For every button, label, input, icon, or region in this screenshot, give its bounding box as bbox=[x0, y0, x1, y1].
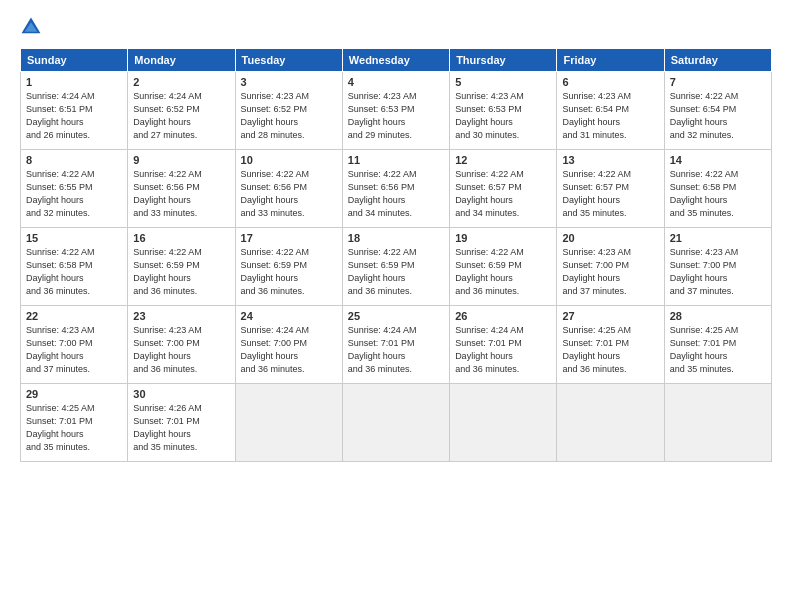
cell-content: Sunrise: 4:25 AMSunset: 7:01 PMDaylight … bbox=[562, 325, 631, 374]
calendar-cell: 8 Sunrise: 4:22 AMSunset: 6:55 PMDayligh… bbox=[21, 150, 128, 228]
day-number: 10 bbox=[241, 154, 337, 166]
day-number: 16 bbox=[133, 232, 229, 244]
calendar-cell: 24 Sunrise: 4:24 AMSunset: 7:00 PMDaylig… bbox=[235, 306, 342, 384]
calendar-cell: 11 Sunrise: 4:22 AMSunset: 6:56 PMDaylig… bbox=[342, 150, 449, 228]
day-number: 20 bbox=[562, 232, 658, 244]
col-header-wednesday: Wednesday bbox=[342, 49, 449, 72]
calendar-cell: 19 Sunrise: 4:22 AMSunset: 6:59 PMDaylig… bbox=[450, 228, 557, 306]
cell-content: Sunrise: 4:22 AMSunset: 6:56 PMDaylight … bbox=[348, 169, 417, 218]
day-number: 27 bbox=[562, 310, 658, 322]
week-row-1: 8 Sunrise: 4:22 AMSunset: 6:55 PMDayligh… bbox=[21, 150, 772, 228]
week-row-4: 29 Sunrise: 4:25 AMSunset: 7:01 PMDaylig… bbox=[21, 384, 772, 462]
calendar-cell: 28 Sunrise: 4:25 AMSunset: 7:01 PMDaylig… bbox=[664, 306, 771, 384]
calendar-cell bbox=[342, 384, 449, 462]
cell-content: Sunrise: 4:22 AMSunset: 6:56 PMDaylight … bbox=[133, 169, 202, 218]
col-header-friday: Friday bbox=[557, 49, 664, 72]
calendar-cell: 26 Sunrise: 4:24 AMSunset: 7:01 PMDaylig… bbox=[450, 306, 557, 384]
cell-content: Sunrise: 4:24 AMSunset: 6:52 PMDaylight … bbox=[133, 91, 202, 140]
col-header-monday: Monday bbox=[128, 49, 235, 72]
day-number: 23 bbox=[133, 310, 229, 322]
calendar-cell: 17 Sunrise: 4:22 AMSunset: 6:59 PMDaylig… bbox=[235, 228, 342, 306]
cell-content: Sunrise: 4:22 AMSunset: 6:56 PMDaylight … bbox=[241, 169, 310, 218]
cell-content: Sunrise: 4:22 AMSunset: 6:59 PMDaylight … bbox=[455, 247, 524, 296]
calendar-cell: 12 Sunrise: 4:22 AMSunset: 6:57 PMDaylig… bbox=[450, 150, 557, 228]
calendar-cell: 7 Sunrise: 4:22 AMSunset: 6:54 PMDayligh… bbox=[664, 72, 771, 150]
day-number: 7 bbox=[670, 76, 766, 88]
calendar-cell: 25 Sunrise: 4:24 AMSunset: 7:01 PMDaylig… bbox=[342, 306, 449, 384]
page: SundayMondayTuesdayWednesdayThursdayFrid… bbox=[0, 0, 792, 612]
calendar-cell: 15 Sunrise: 4:22 AMSunset: 6:58 PMDaylig… bbox=[21, 228, 128, 306]
calendar-cell: 1 Sunrise: 4:24 AMSunset: 6:51 PMDayligh… bbox=[21, 72, 128, 150]
cell-content: Sunrise: 4:23 AMSunset: 7:00 PMDaylight … bbox=[670, 247, 739, 296]
day-number: 3 bbox=[241, 76, 337, 88]
day-number: 26 bbox=[455, 310, 551, 322]
day-number: 24 bbox=[241, 310, 337, 322]
calendar-table: SundayMondayTuesdayWednesdayThursdayFrid… bbox=[20, 48, 772, 462]
calendar-header-row: SundayMondayTuesdayWednesdayThursdayFrid… bbox=[21, 49, 772, 72]
day-number: 4 bbox=[348, 76, 444, 88]
calendar-cell: 2 Sunrise: 4:24 AMSunset: 6:52 PMDayligh… bbox=[128, 72, 235, 150]
calendar-cell: 22 Sunrise: 4:23 AMSunset: 7:00 PMDaylig… bbox=[21, 306, 128, 384]
col-header-thursday: Thursday bbox=[450, 49, 557, 72]
calendar-cell bbox=[664, 384, 771, 462]
calendar-cell: 21 Sunrise: 4:23 AMSunset: 7:00 PMDaylig… bbox=[664, 228, 771, 306]
logo-icon bbox=[20, 16, 42, 38]
calendar-cell: 18 Sunrise: 4:22 AMSunset: 6:59 PMDaylig… bbox=[342, 228, 449, 306]
cell-content: Sunrise: 4:22 AMSunset: 6:57 PMDaylight … bbox=[455, 169, 524, 218]
day-number: 13 bbox=[562, 154, 658, 166]
day-number: 11 bbox=[348, 154, 444, 166]
calendar-cell: 30 Sunrise: 4:26 AMSunset: 7:01 PMDaylig… bbox=[128, 384, 235, 462]
calendar-cell: 6 Sunrise: 4:23 AMSunset: 6:54 PMDayligh… bbox=[557, 72, 664, 150]
cell-content: Sunrise: 4:22 AMSunset: 6:55 PMDaylight … bbox=[26, 169, 95, 218]
cell-content: Sunrise: 4:25 AMSunset: 7:01 PMDaylight … bbox=[26, 403, 95, 452]
calendar-cell: 14 Sunrise: 4:22 AMSunset: 6:58 PMDaylig… bbox=[664, 150, 771, 228]
calendar-cell: 16 Sunrise: 4:22 AMSunset: 6:59 PMDaylig… bbox=[128, 228, 235, 306]
calendar-cell: 5 Sunrise: 4:23 AMSunset: 6:53 PMDayligh… bbox=[450, 72, 557, 150]
day-number: 2 bbox=[133, 76, 229, 88]
week-row-0: 1 Sunrise: 4:24 AMSunset: 6:51 PMDayligh… bbox=[21, 72, 772, 150]
calendar-cell: 13 Sunrise: 4:22 AMSunset: 6:57 PMDaylig… bbox=[557, 150, 664, 228]
day-number: 15 bbox=[26, 232, 122, 244]
day-number: 28 bbox=[670, 310, 766, 322]
cell-content: Sunrise: 4:23 AMSunset: 6:54 PMDaylight … bbox=[562, 91, 631, 140]
day-number: 8 bbox=[26, 154, 122, 166]
calendar-cell: 10 Sunrise: 4:22 AMSunset: 6:56 PMDaylig… bbox=[235, 150, 342, 228]
day-number: 14 bbox=[670, 154, 766, 166]
cell-content: Sunrise: 4:24 AMSunset: 7:01 PMDaylight … bbox=[455, 325, 524, 374]
calendar-cell: 27 Sunrise: 4:25 AMSunset: 7:01 PMDaylig… bbox=[557, 306, 664, 384]
day-number: 1 bbox=[26, 76, 122, 88]
cell-content: Sunrise: 4:24 AMSunset: 7:01 PMDaylight … bbox=[348, 325, 417, 374]
cell-content: Sunrise: 4:25 AMSunset: 7:01 PMDaylight … bbox=[670, 325, 739, 374]
cell-content: Sunrise: 4:23 AMSunset: 6:53 PMDaylight … bbox=[455, 91, 524, 140]
day-number: 22 bbox=[26, 310, 122, 322]
cell-content: Sunrise: 4:23 AMSunset: 7:00 PMDaylight … bbox=[26, 325, 95, 374]
cell-content: Sunrise: 4:23 AMSunset: 6:52 PMDaylight … bbox=[241, 91, 310, 140]
day-number: 9 bbox=[133, 154, 229, 166]
calendar-cell: 4 Sunrise: 4:23 AMSunset: 6:53 PMDayligh… bbox=[342, 72, 449, 150]
week-row-2: 15 Sunrise: 4:22 AMSunset: 6:58 PMDaylig… bbox=[21, 228, 772, 306]
cell-content: Sunrise: 4:24 AMSunset: 7:00 PMDaylight … bbox=[241, 325, 310, 374]
cell-content: Sunrise: 4:22 AMSunset: 6:59 PMDaylight … bbox=[133, 247, 202, 296]
cell-content: Sunrise: 4:22 AMSunset: 6:54 PMDaylight … bbox=[670, 91, 739, 140]
day-number: 21 bbox=[670, 232, 766, 244]
cell-content: Sunrise: 4:22 AMSunset: 6:58 PMDaylight … bbox=[26, 247, 95, 296]
col-header-sunday: Sunday bbox=[21, 49, 128, 72]
day-number: 29 bbox=[26, 388, 122, 400]
cell-content: Sunrise: 4:23 AMSunset: 6:53 PMDaylight … bbox=[348, 91, 417, 140]
calendar-cell: 3 Sunrise: 4:23 AMSunset: 6:52 PMDayligh… bbox=[235, 72, 342, 150]
cell-content: Sunrise: 4:24 AMSunset: 6:51 PMDaylight … bbox=[26, 91, 95, 140]
col-header-saturday: Saturday bbox=[664, 49, 771, 72]
cell-content: Sunrise: 4:23 AMSunset: 7:00 PMDaylight … bbox=[133, 325, 202, 374]
day-number: 5 bbox=[455, 76, 551, 88]
day-number: 6 bbox=[562, 76, 658, 88]
day-number: 18 bbox=[348, 232, 444, 244]
week-row-3: 22 Sunrise: 4:23 AMSunset: 7:00 PMDaylig… bbox=[21, 306, 772, 384]
cell-content: Sunrise: 4:26 AMSunset: 7:01 PMDaylight … bbox=[133, 403, 202, 452]
cell-content: Sunrise: 4:23 AMSunset: 7:00 PMDaylight … bbox=[562, 247, 631, 296]
day-number: 12 bbox=[455, 154, 551, 166]
logo bbox=[20, 16, 46, 38]
cell-content: Sunrise: 4:22 AMSunset: 6:57 PMDaylight … bbox=[562, 169, 631, 218]
day-number: 17 bbox=[241, 232, 337, 244]
header bbox=[20, 16, 772, 38]
calendar-cell: 20 Sunrise: 4:23 AMSunset: 7:00 PMDaylig… bbox=[557, 228, 664, 306]
